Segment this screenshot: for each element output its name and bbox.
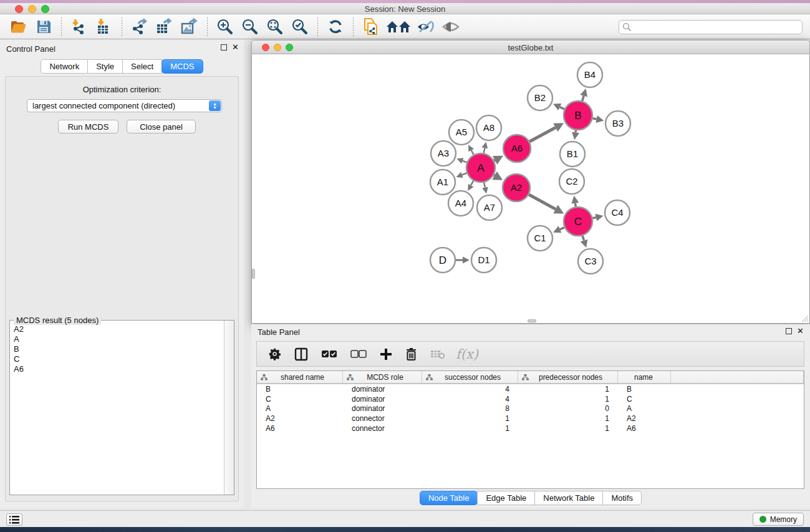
tab-style[interactable]: Style bbox=[87, 59, 123, 74]
show-column-icon[interactable] bbox=[294, 347, 308, 361]
network-canvas[interactable]: AA1A2A3A4A5A6A7A8BB1B2B3B4CC1C2C3C4DD1 bbox=[251, 54, 810, 324]
deselect-all-icon[interactable] bbox=[350, 350, 367, 358]
network-window-title-bar[interactable]: testGlobe.txt bbox=[251, 40, 810, 54]
graph-edge-A6-B[interactable] bbox=[529, 128, 556, 142]
float-panel-icon[interactable] bbox=[221, 44, 227, 51]
graph-edge-arrowhead bbox=[595, 115, 604, 123]
zoom-fit-icon[interactable] bbox=[265, 17, 285, 37]
search-field bbox=[619, 20, 803, 34]
graph-edge-A-A8[interactable] bbox=[484, 148, 485, 153]
column-header-name[interactable]: name bbox=[618, 371, 671, 383]
resize-grip-icon[interactable] bbox=[801, 314, 808, 322]
graph-edge-A-A6[interactable] bbox=[494, 160, 495, 161]
table-tab-network-table[interactable]: Network Table bbox=[534, 491, 603, 505]
graph-edge-B-B3[interactable] bbox=[593, 118, 597, 119]
graph-edge-C-C4[interactable] bbox=[592, 218, 595, 218]
network-graph: AA1A2A3A4A5A6A7A8BB1B2B3B4CC1C2C3C4DD1 bbox=[252, 54, 809, 323]
graph-edge-B-B2[interactable] bbox=[560, 107, 564, 109]
close-panel-icon[interactable]: ✕ bbox=[232, 44, 239, 51]
graph-edge-arrowhead bbox=[581, 239, 588, 248]
run-mcds-button[interactable]: Run MCDS bbox=[58, 120, 118, 133]
graph-edge-A2-C[interactable] bbox=[529, 195, 556, 209]
mcds-result-list[interactable]: A2ABCA6 bbox=[11, 324, 223, 494]
graph-node-label-B3: B3 bbox=[612, 118, 624, 128]
show-eye-icon[interactable] bbox=[441, 17, 461, 37]
column-header-predecessor-nodes[interactable]: predecessor nodes bbox=[518, 371, 618, 383]
graph-edge-A-A1[interactable] bbox=[462, 173, 467, 175]
mcds-result-scrollbar[interactable] bbox=[224, 321, 234, 495]
delete-row-icon[interactable] bbox=[405, 347, 417, 360]
table-panel-title: Table Panel bbox=[258, 327, 300, 337]
graph-edge-C-C3[interactable] bbox=[582, 236, 584, 241]
graph-edge-B-B4[interactable] bbox=[582, 96, 584, 101]
mcds-result-item[interactable]: A6 bbox=[14, 364, 223, 374]
graph-edge-arrowhead bbox=[571, 196, 579, 204]
export-network-icon[interactable] bbox=[130, 17, 150, 37]
select-all-icon[interactable] bbox=[321, 350, 337, 358]
mcds-result-box: MCDS result (5 nodes) A2ABCA6 bbox=[9, 320, 234, 495]
table-row[interactable]: Cdominator41C bbox=[257, 394, 804, 404]
control-panel-title: Control Panel bbox=[6, 44, 55, 54]
task-history-button[interactable] bbox=[6, 513, 22, 526]
mcds-result-item[interactable]: B bbox=[14, 344, 223, 354]
table-cell: A2 bbox=[618, 414, 671, 423]
mcds-result-title: MCDS result (5 nodes) bbox=[14, 316, 101, 325]
table-cell: 1 bbox=[422, 414, 518, 423]
clone-network-icon[interactable] bbox=[361, 17, 381, 37]
settings-gear-icon[interactable] bbox=[268, 347, 281, 360]
graph-edge-C-C2[interactable] bbox=[575, 203, 576, 207]
mcds-result-item[interactable]: C bbox=[14, 354, 223, 364]
close-panel-button[interactable]: Close panel bbox=[127, 120, 196, 133]
graph-edge-A-A3[interactable] bbox=[463, 161, 467, 163]
table-row[interactable]: A6connector11A6 bbox=[257, 423, 804, 433]
vertical-scroll-thumb[interactable] bbox=[252, 269, 255, 279]
graph-edge-B-B1[interactable] bbox=[576, 130, 576, 133]
table-row[interactable]: Adominator80A bbox=[257, 404, 804, 414]
table-tab-node-table[interactable]: Node Table bbox=[420, 491, 478, 505]
hide-eye-icon[interactable] bbox=[416, 17, 436, 37]
home-icon[interactable] bbox=[386, 17, 411, 37]
column-header-successor-nodes[interactable]: successor nodes bbox=[422, 371, 518, 383]
zoom-out-icon[interactable] bbox=[240, 17, 260, 37]
tab-mcds[interactable]: MCDS bbox=[162, 59, 203, 74]
save-session-icon[interactable] bbox=[34, 17, 54, 37]
graph-node-label-A8: A8 bbox=[483, 122, 494, 133]
export-table-icon[interactable] bbox=[155, 17, 175, 37]
graph-node-label-C1: C1 bbox=[534, 233, 546, 243]
optimization-criterion-select[interactable]: largest connected component (directed) ▲… bbox=[27, 99, 222, 112]
graph-edge-A-A5[interactable] bbox=[471, 150, 474, 155]
tab-select[interactable]: Select bbox=[122, 59, 162, 74]
table-tab-edge-table[interactable]: Edge Table bbox=[477, 491, 535, 505]
mcds-result-item[interactable]: A bbox=[14, 334, 223, 344]
zoom-selected-icon[interactable] bbox=[290, 17, 310, 37]
refresh-icon[interactable] bbox=[325, 17, 345, 37]
search-input[interactable] bbox=[619, 20, 803, 34]
table-tab-motifs[interactable]: Motifs bbox=[602, 491, 642, 505]
column-header-mcds-role[interactable]: MCDS role bbox=[343, 371, 422, 383]
graph-edge-A-A4[interactable] bbox=[471, 181, 473, 185]
horizontal-scroll-thumb[interactable] bbox=[528, 319, 536, 322]
mcds-result-item[interactable]: A2 bbox=[14, 324, 223, 334]
table-cell: 1 bbox=[518, 395, 618, 404]
memory-button[interactable]: Memory bbox=[753, 513, 804, 526]
import-table-icon[interactable] bbox=[94, 17, 114, 37]
column-header-shared-name[interactable]: shared name bbox=[257, 371, 343, 383]
table-row[interactable]: Bdominator41B bbox=[257, 384, 804, 394]
search-icon bbox=[622, 22, 632, 32]
close-table-panel-icon[interactable]: ✕ bbox=[797, 328, 804, 334]
open-session-icon[interactable] bbox=[9, 17, 29, 37]
table-cell: 4 bbox=[422, 395, 518, 404]
import-network-icon[interactable] bbox=[69, 17, 89, 37]
graph-node-label-A5: A5 bbox=[456, 127, 467, 137]
graph-edge-A-A7[interactable] bbox=[484, 182, 485, 187]
export-image-icon[interactable] bbox=[180, 17, 200, 37]
zoom-in-icon[interactable] bbox=[215, 17, 235, 37]
tab-network[interactable]: Network bbox=[41, 59, 88, 74]
graph-edge-C-C1[interactable] bbox=[560, 228, 564, 230]
table-row[interactable]: A2connector11A2 bbox=[257, 414, 804, 423]
graph-edge-arrowhead bbox=[482, 142, 488, 149]
float-table-panel-icon[interactable] bbox=[786, 328, 792, 334]
network-window-title: testGlobe.txt bbox=[252, 43, 809, 52]
column-type-icon bbox=[347, 374, 354, 380]
add-row-icon[interactable] bbox=[380, 348, 392, 360]
